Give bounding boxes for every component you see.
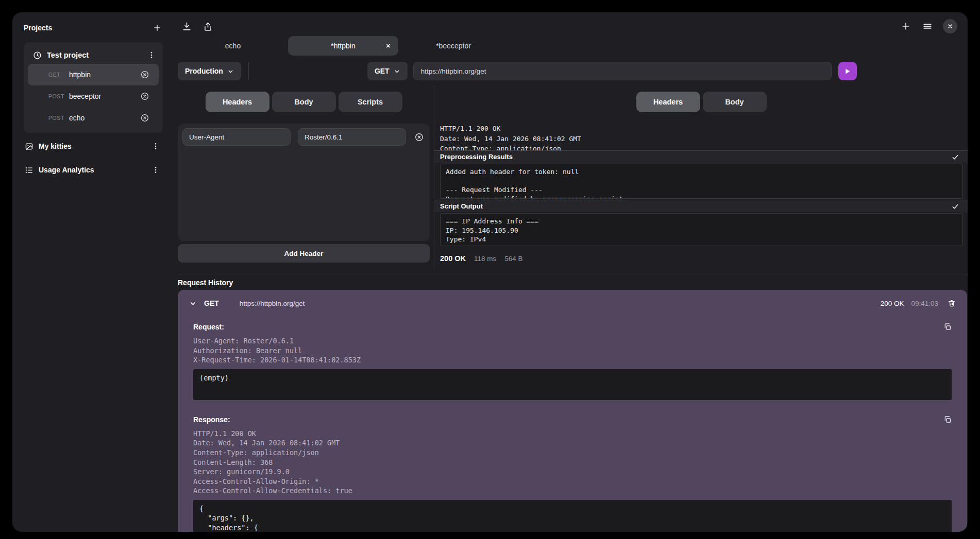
request-header-line: User-Agent: Roster/0.6.1: [193, 336, 952, 346]
tab-request-headers[interactable]: Headers: [206, 92, 269, 112]
history-entry-header[interactable]: GET https://httpbin.org/get 200 OK 09:41…: [178, 290, 967, 317]
section-menu-button[interactable]: [150, 141, 161, 151]
import-button[interactable]: [181, 21, 193, 32]
url-input[interactable]: [413, 62, 832, 80]
tab-response-body[interactable]: Body: [703, 92, 767, 112]
play-icon: [843, 67, 851, 75]
section-title: Script Output: [440, 202, 483, 210]
close-window-button[interactable]: [943, 19, 957, 33]
main-area: echo *httpbin *beeceptor Production: [170, 12, 968, 532]
console-line: [446, 177, 957, 186]
tab-beeceptor[interactable]: *beeceptor: [398, 36, 509, 56]
copy-icon: [943, 323, 952, 331]
response-body-line: "headers": {: [199, 523, 945, 532]
tab-httpbin[interactable]: *httpbin: [288, 36, 398, 56]
project-header[interactable]: Test project: [28, 46, 159, 64]
header-key-input[interactable]: [182, 128, 291, 146]
chevron-down-icon: [189, 300, 197, 307]
request-history-section: Request History GET https://httpbin.org/…: [178, 274, 968, 532]
status-code: 200 OK: [440, 254, 466, 263]
sidebar: Projects Test project GET: [12, 12, 170, 532]
method-label: GET: [375, 67, 390, 75]
script-output-header: Script Output: [434, 200, 968, 212]
close-tab-button[interactable]: [385, 43, 391, 49]
copy-response-button[interactable]: [943, 415, 952, 424]
delete-request-button[interactable]: [139, 91, 150, 102]
x-circle-icon: [140, 70, 149, 79]
plus-icon: [901, 21, 911, 31]
console-line: Added auth header for token: null: [446, 167, 957, 177]
history-response-headers: HTTP/1.1 200 OK Date: Wed, 14 Jan 2026 0…: [193, 429, 952, 496]
script-output-console[interactable]: === IP Address Info === IP: 195.146.105.…: [440, 213, 962, 246]
console-line: Type: IPv4: [446, 235, 957, 244]
toolbar: [178, 18, 968, 35]
section-title: Preprocessing Results: [440, 153, 513, 161]
history-request-headers: User-Agent: Roster/0.6.1 Authorization: …: [193, 336, 952, 365]
copy-request-button[interactable]: [943, 323, 952, 331]
check-icon: [951, 153, 959, 161]
hamburger-menu-icon: [922, 21, 933, 31]
response-headers-preview[interactable]: HTTP/1.1 200 OK Date: Wed, 14 Jan 2026 0…: [440, 124, 962, 150]
preprocessing-results-header: Preprocessing Results: [434, 150, 968, 163]
new-project-button[interactable]: [151, 22, 163, 33]
close-icon: [947, 23, 953, 29]
method-dropdown[interactable]: GET: [367, 62, 408, 80]
add-header-button[interactable]: Add Header: [178, 244, 430, 263]
divider: [248, 62, 249, 80]
close-icon: [385, 43, 391, 49]
image-icon: [25, 142, 33, 151]
tab-label: *beeceptor: [436, 42, 471, 50]
request-history-title: Request History: [178, 279, 968, 287]
response-header-line: Content-Length: 368: [193, 458, 952, 467]
section-menu-button[interactable]: [150, 165, 161, 175]
remove-header-button[interactable]: [413, 131, 425, 143]
request-name: echo: [69, 114, 139, 122]
request-editor-panel: Headers Body Scripts Add: [178, 85, 434, 269]
sidebar-request-httpbin[interactable]: GET httpbin: [28, 64, 159, 85]
tab-response-headers[interactable]: Headers: [636, 92, 700, 112]
console-line: --- Request Modified ---: [446, 185, 957, 195]
tab-request-body[interactable]: Body: [272, 92, 336, 112]
request-block-title: Request:: [193, 323, 224, 331]
list-icon: [25, 166, 33, 175]
clock-icon: [33, 51, 42, 60]
sidebar-item-my-kitties[interactable]: My kitties: [24, 136, 163, 157]
share-icon: [203, 22, 213, 31]
request-bar: Production GET: [178, 57, 968, 85]
tab-echo[interactable]: echo: [178, 36, 288, 56]
console-line: === IP Address Info ===: [446, 217, 957, 226]
delete-request-button[interactable]: [139, 112, 150, 124]
kebab-menu-icon: [147, 51, 156, 59]
send-request-button[interactable]: [838, 62, 857, 80]
project-menu-button[interactable]: [146, 50, 157, 60]
delete-request-button[interactable]: [139, 69, 150, 80]
download-icon: [182, 22, 192, 31]
chevron-down-icon: [227, 68, 234, 75]
sidebar-request-echo[interactable]: POST echo: [28, 107, 159, 129]
sidebar-request-beeceptor[interactable]: POST beeceptor: [28, 85, 159, 107]
project-card: Test project GET httpbin POST bee: [24, 42, 163, 133]
new-tab-button[interactable]: [900, 20, 912, 32]
environment-label: Production: [185, 67, 223, 75]
delete-history-button[interactable]: [948, 299, 956, 307]
response-header-line: Content-Type: application/json: [193, 448, 952, 458]
response-header-line: Date: Wed, 14 Jan 2026 08:41:02 GMT: [193, 438, 952, 448]
app-menu-button[interactable]: [921, 20, 934, 32]
environment-dropdown[interactable]: Production: [178, 62, 241, 80]
plus-icon: [153, 23, 162, 32]
headers-editor: [178, 124, 430, 241]
header-value-input[interactable]: [298, 128, 406, 146]
trash-icon: [948, 299, 956, 307]
history-entry-card: GET https://httpbin.org/get 200 OK 09:41…: [178, 290, 967, 532]
console-line: Location: Netherlands: [446, 244, 957, 246]
history-response-body: { "args": {}, "headers": {: [193, 500, 952, 532]
export-button[interactable]: [202, 21, 214, 32]
sidebar-item-label: My kitties: [39, 142, 150, 150]
preprocessing-output[interactable]: Added auth header for token: null --- Re…: [440, 164, 962, 199]
sidebar-item-usage-analytics[interactable]: Usage Analytics: [24, 160, 163, 180]
tab-request-scripts[interactable]: Scripts: [339, 92, 402, 112]
history-entry-body: Request: User-Agent: Roster/0.6.1 Author…: [178, 317, 967, 532]
response-tabs: Headers Body: [440, 92, 962, 112]
sidebar-title: Projects: [24, 24, 52, 32]
console-line: Request was modified by preprocessing sc…: [446, 195, 957, 199]
